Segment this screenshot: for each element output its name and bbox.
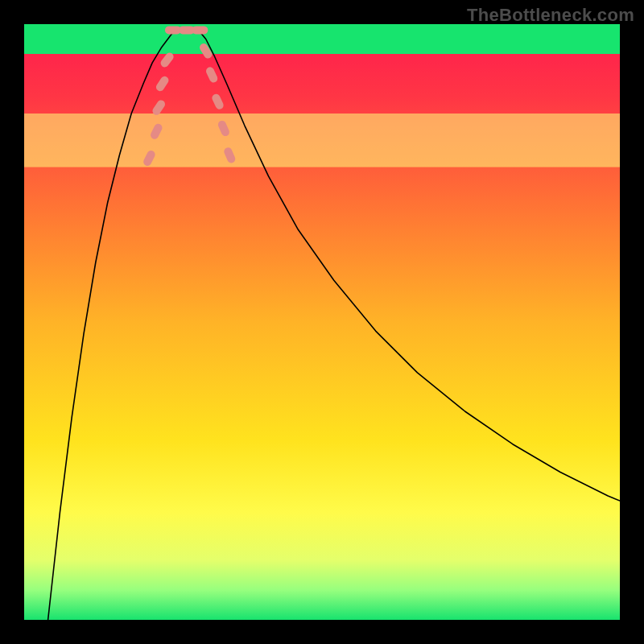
watermark-text: TheBottleneck.com xyxy=(467,5,634,26)
chart-svg xyxy=(24,24,620,620)
curve-marker xyxy=(165,26,181,34)
green-band xyxy=(24,24,620,54)
curve-marker xyxy=(192,26,208,34)
svg-rect-7 xyxy=(192,26,208,34)
yellow-band xyxy=(24,114,620,167)
svg-rect-5 xyxy=(165,26,181,34)
chart-frame: TheBottleneck.com xyxy=(0,0,644,644)
plot-area xyxy=(24,24,620,620)
